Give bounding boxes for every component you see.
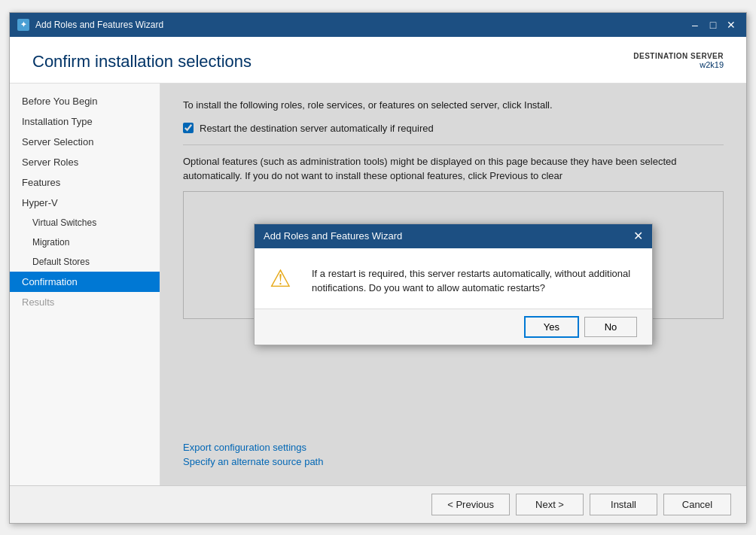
dialog-overlay: Add Roles and Features Wizard ✕ ⚠ If a r… bbox=[160, 84, 746, 485]
sidebar-item-results: Results bbox=[10, 292, 160, 312]
page-title: Confirm installation selections bbox=[32, 52, 251, 71]
dialog-title: Add Roles and Features Wizard bbox=[264, 230, 402, 242]
body-area: Before You Begin Installation Type Serve… bbox=[10, 84, 746, 485]
maximize-button[interactable]: □ bbox=[706, 17, 721, 32]
dialog-message: If a restart is required, this server re… bbox=[312, 266, 637, 296]
install-button[interactable]: Install bbox=[590, 494, 657, 515]
dest-server-label: DESTINATION SERVER bbox=[633, 52, 724, 60]
cancel-button[interactable]: Cancel bbox=[663, 494, 731, 515]
window-controls: – □ ✕ bbox=[687, 17, 739, 32]
warning-icon: ⚠ bbox=[270, 266, 300, 296]
dialog: Add Roles and Features Wizard ✕ ⚠ If a r… bbox=[254, 223, 653, 345]
dialog-yes-button[interactable]: Yes bbox=[525, 317, 578, 337]
close-button[interactable]: ✕ bbox=[724, 17, 739, 32]
main-window: ✦ Add Roles and Features Wizard – □ ✕ Co… bbox=[9, 12, 747, 524]
sidebar-item-server-roles[interactable]: Server Roles bbox=[10, 152, 160, 172]
main-content: Confirm installation selections DESTINAT… bbox=[10, 37, 746, 523]
sidebar-item-features[interactable]: Features bbox=[10, 172, 160, 193]
dialog-title-bar: Add Roles and Features Wizard ✕ bbox=[255, 224, 652, 248]
minimize-button[interactable]: – bbox=[687, 17, 703, 32]
destination-server-info: DESTINATION SERVER w2k19 bbox=[633, 52, 724, 69]
dialog-body: ⚠ If a restart is required, this server … bbox=[255, 248, 652, 309]
dialog-footer: Yes No bbox=[255, 309, 652, 345]
content-area: To install the following roles, role ser… bbox=[160, 84, 746, 485]
sidebar-item-before-you-begin[interactable]: Before You Begin bbox=[10, 91, 160, 111]
sidebar-item-default-stores[interactable]: Default Stores bbox=[10, 252, 160, 272]
next-button[interactable]: Next > bbox=[516, 494, 584, 515]
app-icon: ✦ bbox=[17, 19, 29, 31]
sidebar-item-server-selection[interactable]: Server Selection bbox=[10, 132, 160, 152]
sidebar-item-confirmation[interactable]: Confirmation bbox=[10, 272, 160, 292]
sidebar: Before You Begin Installation Type Serve… bbox=[10, 84, 160, 485]
window-title: Add Roles and Features Wizard bbox=[35, 20, 687, 30]
sidebar-item-installation-type[interactable]: Installation Type bbox=[10, 111, 160, 132]
header-area: Confirm installation selections DESTINAT… bbox=[10, 37, 746, 84]
sidebar-item-virtual-switches[interactable]: Virtual Switches bbox=[10, 213, 160, 233]
footer: < Previous Next > Install Cancel bbox=[10, 485, 746, 523]
title-bar: ✦ Add Roles and Features Wizard – □ ✕ bbox=[10, 13, 746, 37]
sidebar-item-hyper-v[interactable]: Hyper-V bbox=[10, 193, 160, 213]
dialog-no-button[interactable]: No bbox=[584, 317, 637, 337]
sidebar-item-migration[interactable]: Migration bbox=[10, 233, 160, 252]
previous-button[interactable]: < Previous bbox=[431, 494, 510, 515]
dialog-close-button[interactable]: ✕ bbox=[633, 230, 643, 242]
dest-server-name: w2k19 bbox=[633, 60, 724, 69]
